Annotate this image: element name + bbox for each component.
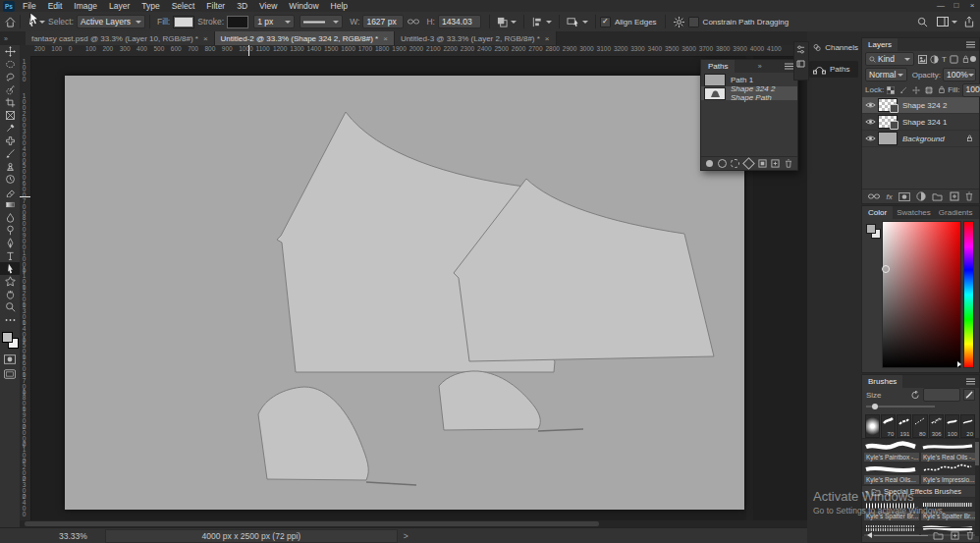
close-tab-icon[interactable]: × — [545, 34, 550, 43]
menu-edit[interactable]: Edit — [42, 0, 69, 12]
layer-row-background[interactable]: Background — [862, 131, 979, 147]
paths-panel-tab[interactable]: Paths — [701, 60, 735, 73]
zoom-level-field[interactable]: 33.33% — [59, 531, 87, 541]
document-info-field[interactable]: 4000 px x 2500 px (72 ppi) — [105, 529, 398, 543]
stroke-type-dropdown[interactable] — [299, 15, 343, 28]
search-icon[interactable] — [912, 17, 933, 27]
lock-artboard-icon[interactable] — [925, 86, 933, 94]
visibility-eye-icon[interactable] — [862, 101, 878, 109]
fill-opacity-field[interactable]: 100% — [962, 83, 980, 97]
custom-shape-tool[interactable] — [0, 275, 20, 288]
frame-tool[interactable] — [0, 109, 20, 122]
adjustment-layer-icon[interactable] — [916, 191, 926, 201]
layers-panel-tab[interactable]: Layers — [862, 38, 898, 51]
fill-path-icon[interactable] — [706, 160, 713, 167]
load-selection-icon[interactable] — [731, 159, 739, 168]
brush-group-header[interactable]: ▾ Special Effects Brushes — [862, 485, 979, 498]
menu-type[interactable]: Type — [136, 0, 165, 12]
layer-row-selected[interactable]: Shape 324 2 — [862, 97, 979, 114]
home-icon[interactable] — [5, 17, 16, 27]
path-row-selected[interactable]: Shape 324 2 Shape Path — [701, 86, 797, 100]
dodge-tool[interactable] — [0, 224, 20, 237]
filter-smart-objects-icon[interactable] — [961, 55, 970, 64]
panel-menu-icon[interactable] — [785, 63, 793, 70]
blend-mode-dropdown[interactable]: Normal — [865, 68, 907, 81]
menu-window[interactable]: Window — [283, 0, 324, 12]
reset-size-icon[interactable] — [911, 391, 920, 400]
brush-item[interactable]: Kyle's Spatter Br... — [864, 500, 919, 520]
collapse-panel-icon[interactable]: » — [758, 63, 762, 70]
maximize-button[interactable]: □ — [949, 0, 964, 12]
brush-item[interactable]: Kyle's Real Oils... — [864, 463, 919, 484]
mask-from-path-icon[interactable] — [742, 157, 755, 170]
brushes-panel-tab[interactable]: Brushes — [862, 375, 902, 388]
brush-size-field[interactable] — [923, 388, 960, 402]
layer-filter-kind-dropdown[interactable]: Kind — [865, 52, 914, 66]
eraser-tool[interactable] — [0, 186, 20, 198]
new-layer-icon[interactable] — [950, 191, 959, 201]
quick-selection-tool[interactable] — [0, 83, 20, 96]
h-ruler[interactable]: 2001000100200300400500600700800900100011… — [30, 45, 807, 57]
brush-item[interactable]: Kyle's Paintbox -... — [864, 441, 919, 462]
menu-image[interactable]: Image — [68, 0, 103, 12]
lasso-tool[interactable] — [0, 71, 20, 83]
menu-file[interactable]: File — [17, 0, 42, 12]
brushes-scrollbar-thumb[interactable] — [975, 442, 979, 465]
trash-icon[interactable] — [966, 530, 974, 540]
stroke-width-field[interactable]: 1 px — [253, 15, 295, 28]
filter-toggle-icon[interactable] — [970, 56, 976, 62]
brush-preset[interactable]: 306 — [929, 414, 944, 438]
properties-panel-icon[interactable] — [794, 42, 808, 57]
panel-menu-icon[interactable] — [966, 41, 975, 48]
close-button[interactable]: × — [964, 0, 980, 12]
path-arrangement-icon[interactable] — [564, 16, 591, 27]
menu-view[interactable]: View — [253, 0, 283, 12]
new-path-icon[interactable] — [771, 159, 780, 168]
document-tab-active[interactable]: Untitled-2 @ 33.3% (Shape 324 2, RGB/8#)… — [215, 31, 395, 45]
minimize-button[interactable]: — — [933, 0, 949, 12]
close-tab-icon[interactable]: × — [383, 34, 388, 43]
brush-item[interactable]: Kyle's Impressio... — [921, 463, 976, 484]
document-tab[interactable]: fantasy cast.psd @ 33.3% (Layer 10, RGB/… — [26, 31, 215, 45]
align-edges-checkbox[interactable]: ✓ — [600, 17, 611, 27]
filter-pixel-layers-icon[interactable] — [918, 55, 927, 64]
menu-3d[interactable]: 3D — [231, 0, 253, 12]
crop-tool[interactable] — [0, 96, 20, 109]
link-wh-icon[interactable] — [408, 18, 419, 26]
new-brush-icon[interactable] — [951, 531, 959, 540]
dock-channels-button[interactable]: Channels — [809, 39, 858, 56]
workspace-switcher-icon[interactable] — [933, 17, 961, 27]
smudge-tool[interactable] — [0, 211, 20, 224]
brush-tool[interactable] — [0, 147, 20, 160]
brushes-scrollbar[interactable] — [975, 439, 979, 536]
layer-thumbnail[interactable] — [878, 132, 898, 145]
new-path-filled-icon[interactable] — [758, 159, 767, 168]
healing-brush-tool[interactable] — [0, 135, 20, 147]
brush-preset[interactable]: 100 — [945, 414, 959, 438]
tab-overflow-icon[interactable]: » — [0, 35, 12, 42]
pen-tool[interactable] — [0, 237, 20, 249]
layer-thumbnail[interactable] — [878, 98, 898, 112]
canvas[interactable] — [65, 76, 744, 510]
brush-preset[interactable]: 191 — [897, 414, 911, 438]
menu-filter[interactable]: Filter — [200, 0, 231, 12]
type-tool[interactable] — [0, 249, 20, 262]
brush-size-slider[interactable] — [866, 406, 935, 407]
hand-tool[interactable] — [0, 288, 20, 300]
visibility-eye-icon[interactable] — [862, 135, 878, 142]
brush-preset[interactable]: 20 — [960, 414, 975, 438]
expand-panels-icon[interactable] — [794, 57, 808, 71]
marquee-tool[interactable] — [0, 58, 20, 71]
link-layers-icon[interactable] — [868, 192, 880, 200]
new-group-icon[interactable] — [933, 531, 944, 540]
brush-item[interactable]: Kyle's Spatter Br... — [921, 500, 976, 520]
brush-stroke-preview-toggle[interactable] — [963, 389, 975, 401]
select-mode-dropdown[interactable]: Active Layers — [77, 15, 145, 28]
quick-mask-icon[interactable] — [4, 354, 16, 364]
hue-slider-marker[interactable] — [957, 361, 961, 367]
menu-help[interactable]: Help — [325, 0, 354, 12]
lock-all-icon[interactable] — [938, 85, 946, 94]
brush-preset-soft-round[interactable] — [865, 414, 880, 438]
brush-item[interactable]: Kyle's Real Oils -... — [921, 441, 976, 462]
filter-shape-layers-icon[interactable] — [950, 55, 958, 64]
